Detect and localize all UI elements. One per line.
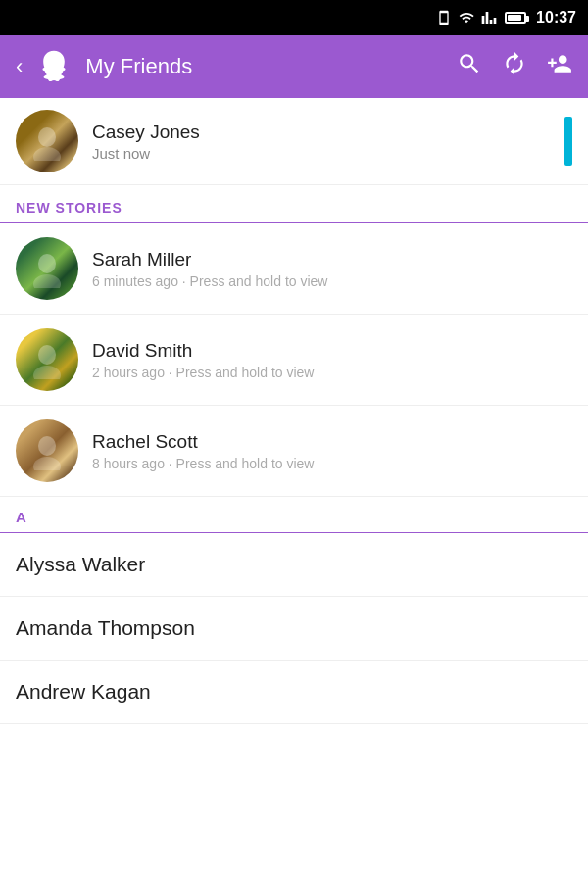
avatar-casey (16, 110, 78, 172)
story-name-rachel: Rachel Scott (92, 431, 572, 453)
svg-point-4 (38, 345, 56, 365)
story-info-sarah: Sarah Miller 6 minutes ago · Press and h… (92, 249, 572, 289)
recent-info: Casey Jones Just now (92, 122, 557, 162)
back-button[interactable]: ‹ (16, 54, 23, 79)
svg-point-7 (33, 457, 61, 470)
friend-row-amanda[interactable]: Amanda Thompson (0, 597, 588, 661)
recent-snap-row[interactable]: Casey Jones Just now (0, 98, 588, 185)
sim-icon (436, 10, 452, 25)
recent-name: Casey Jones (92, 122, 557, 143)
avatar-sarah (16, 237, 78, 300)
svg-point-3 (33, 274, 61, 288)
add-friend-icon[interactable] (547, 51, 572, 82)
svg-point-1 (33, 147, 61, 161)
story-row-sarah[interactable]: Sarah Miller 6 minutes ago · Press and h… (0, 223, 588, 315)
battery-icon (505, 12, 526, 24)
svg-point-0 (38, 127, 56, 147)
new-stories-label: NEW STORIES (16, 200, 122, 216)
page-title: My Friends (85, 54, 443, 79)
status-time: 10:37 (536, 9, 576, 26)
svg-point-2 (38, 254, 56, 273)
story-row-rachel[interactable]: Rachel Scott 8 hours ago · Press and hol… (0, 406, 588, 497)
story-row-david[interactable]: David Smith 2 hours ago · Press and hold… (0, 315, 588, 406)
friend-name-alyssa: Alyssa Walker (16, 553, 145, 576)
story-info-rachel: Rachel Scott 8 hours ago · Press and hol… (92, 431, 572, 471)
story-name-sarah: Sarah Miller (92, 249, 572, 270)
alpha-label-a: A (16, 509, 26, 525)
toolbar-actions (457, 51, 572, 82)
svg-point-6 (38, 436, 56, 456)
friend-row-alyssa[interactable]: Alyssa Walker (0, 533, 588, 597)
search-icon[interactable] (457, 51, 482, 82)
alpha-header-a: A (0, 497, 588, 533)
story-time-david: 2 hours ago · Press and hold to view (92, 365, 572, 380)
signal-icon (481, 10, 497, 25)
snap-indicator (564, 117, 572, 166)
refresh-icon[interactable] (502, 51, 527, 82)
friend-name-andrew: Andrew Kagan (16, 680, 151, 704)
svg-point-5 (33, 366, 61, 379)
friend-row-andrew[interactable]: Andrew Kagan (0, 661, 588, 724)
story-name-david: David Smith (92, 340, 572, 362)
toolbar: ‹ My Friends (0, 35, 588, 98)
story-time-sarah: 6 minutes ago · Press and hold to view (92, 273, 572, 289)
friend-name-amanda: Amanda Thompson (16, 616, 195, 640)
new-stories-header: NEW STORIES (0, 185, 588, 223)
story-time-rachel: 8 hours ago · Press and hold to view (92, 456, 572, 471)
wifi-icon (458, 10, 475, 25)
recent-time: Just now (92, 145, 557, 162)
content-area: Casey Jones Just now NEW STORIES Sarah M… (0, 98, 588, 882)
status-icons: 10:37 (436, 9, 576, 26)
avatar-david (16, 328, 78, 391)
snapchat-ghost-icon (36, 49, 72, 84)
avatar-rachel (16, 419, 78, 482)
story-info-david: David Smith 2 hours ago · Press and hold… (92, 340, 572, 380)
status-bar: 10:37 (0, 0, 588, 35)
